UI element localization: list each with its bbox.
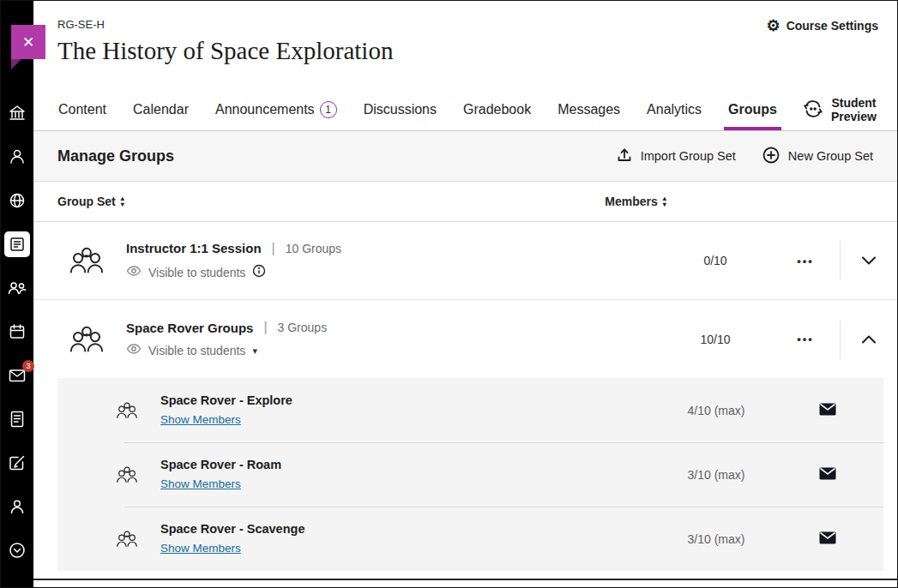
global-nav-sidebar: ✕ 3 — [1, 1, 33, 587]
show-members-link[interactable]: Show Members — [160, 542, 241, 555]
compose-icon[interactable] — [4, 450, 30, 476]
calendar-icon[interactable] — [4, 319, 30, 345]
course-header: RG-SE-H The History of Space Exploration… — [33, 1, 897, 89]
group-name: Space Rover - Roam — [160, 458, 660, 471]
group-row: Space Rover - Scavenge Show Members 3/10… — [57, 507, 883, 571]
members-count: 10/10 — [660, 333, 771, 346]
manage-groups-bar: Manage Groups Import Group Set New Group… — [33, 131, 897, 182]
group-count: 3 Groups — [278, 321, 328, 334]
student-preview-button[interactable]: Student Preview — [803, 89, 877, 130]
groups-table-header: Group Set ▴▾ Members ▴▾ — [33, 182, 897, 222]
message-group-button[interactable] — [772, 403, 883, 418]
members-count: 0/10 — [660, 254, 771, 267]
globe-icon[interactable] — [4, 188, 30, 213]
collapse-chevron-button[interactable] — [841, 334, 897, 345]
institution-icon[interactable] — [4, 100, 30, 126]
close-course-button[interactable]: ✕ — [11, 25, 45, 59]
group-set-column-header: Group Set — [57, 195, 116, 208]
course-title: The History of Space Exploration — [57, 37, 873, 65]
group-row: Space Rover - Explore Show Members 4/10 … — [57, 378, 883, 442]
group-icon — [116, 530, 160, 549]
group-set-name: Space Rover Groups — [126, 321, 253, 335]
group-row: Space Rover - Roam Show Members 3/10 (ma… — [57, 442, 883, 507]
journal-icon[interactable] — [4, 406, 30, 432]
group-set-name: Instructor 1:1 Session — [126, 241, 262, 255]
tab-analytics[interactable]: Analytics — [646, 89, 702, 130]
message-group-button[interactable] — [772, 531, 883, 547]
group-name: Space Rover - Explore — [160, 393, 660, 407]
tab-discussions[interactable]: Discussions — [363, 89, 437, 130]
new-group-set-button[interactable]: New Group Set — [762, 146, 873, 167]
bottom-rule — [33, 579, 897, 580]
import-group-set-button[interactable]: Import Group Set — [616, 147, 736, 166]
visibility-selector[interactable]: Visible to students ▾ — [148, 344, 257, 357]
tab-gradebook[interactable]: Gradebook — [462, 89, 532, 130]
group-members-count: 4/10 (max) — [660, 404, 772, 417]
group-name: Space Rover - Scavenge — [160, 522, 660, 536]
import-icon — [616, 147, 633, 166]
group-set-row: Instructor 1:1 Session | 10 Groups Visib… — [33, 222, 897, 300]
tab-content[interactable]: Content — [57, 89, 107, 130]
groups-icon[interactable] — [4, 275, 30, 301]
sort-group-set-icon[interactable]: ▴▾ — [121, 195, 124, 207]
members-column-header: Members — [605, 195, 657, 208]
course-id: RG-SE-H — [57, 18, 873, 31]
scroll-down-icon[interactable] — [4, 537, 30, 563]
eye-icon — [126, 265, 142, 280]
tab-messages[interactable]: Messages — [557, 89, 621, 130]
show-members-link[interactable]: Show Members — [160, 477, 241, 490]
course-settings-label: Course Settings — [787, 19, 878, 33]
tab-groups[interactable]: Groups — [727, 89, 778, 130]
group-set-row: Space Rover Groups | 3 Groups Visible to… — [33, 300, 897, 378]
group-members-count: 3/10 (max) — [660, 468, 772, 482]
tab-calendar[interactable]: Calendar — [132, 89, 190, 130]
envelope-icon — [819, 467, 836, 483]
group-icon — [116, 401, 160, 420]
eye-icon — [126, 343, 142, 358]
group-set-icon — [47, 245, 126, 276]
more-options-button[interactable]: ••• — [771, 255, 840, 267]
more-options-button[interactable]: ••• — [771, 333, 840, 345]
envelope-icon — [819, 531, 836, 547]
course-page: RG-SE-H The History of Space Exploration… — [33, 1, 897, 587]
messages-badge: 3 — [22, 360, 34, 372]
envelope-icon — [819, 403, 836, 418]
show-members-link[interactable]: Show Members — [160, 413, 241, 426]
sort-members-icon[interactable]: ▴▾ — [663, 195, 666, 207]
tab-announcements[interactable]: Announcements 1 — [214, 89, 338, 130]
global-nav-icons: 3 — [1, 100, 33, 563]
expanded-groups-panel: Space Rover - Explore Show Members 4/10 … — [57, 378, 883, 571]
caret-down-icon: ▾ — [252, 345, 257, 357]
group-icon — [116, 465, 160, 484]
info-icon[interactable] — [252, 264, 266, 281]
app-window: ✕ 3 — [0, 0, 898, 588]
gear-icon: ⚙ — [767, 18, 780, 33]
messages-icon[interactable]: 3 — [4, 363, 30, 388]
announcements-count-badge: 1 — [320, 101, 337, 118]
student-preview-icon — [803, 99, 823, 121]
expand-chevron-button[interactable] — [841, 255, 897, 266]
message-group-button[interactable] — [772, 467, 883, 483]
course-tab-bar: Content Calendar Announcements 1 Discuss… — [33, 89, 897, 131]
courses-icon[interactable] — [4, 231, 30, 257]
group-members-count: 3/10 (max) — [660, 532, 772, 546]
visibility-selector[interactable]: Visible to students — [148, 266, 245, 279]
account-icon[interactable] — [4, 494, 30, 519]
course-settings-button[interactable]: ⚙ Course Settings — [767, 18, 879, 33]
plus-circle-icon — [762, 146, 780, 167]
profile-icon[interactable] — [4, 144, 30, 170]
group-set-icon — [47, 324, 126, 355]
page-title: Manage Groups — [57, 147, 174, 165]
student-preview-label: Student Preview — [831, 96, 877, 123]
group-count: 10 Groups — [286, 242, 341, 255]
